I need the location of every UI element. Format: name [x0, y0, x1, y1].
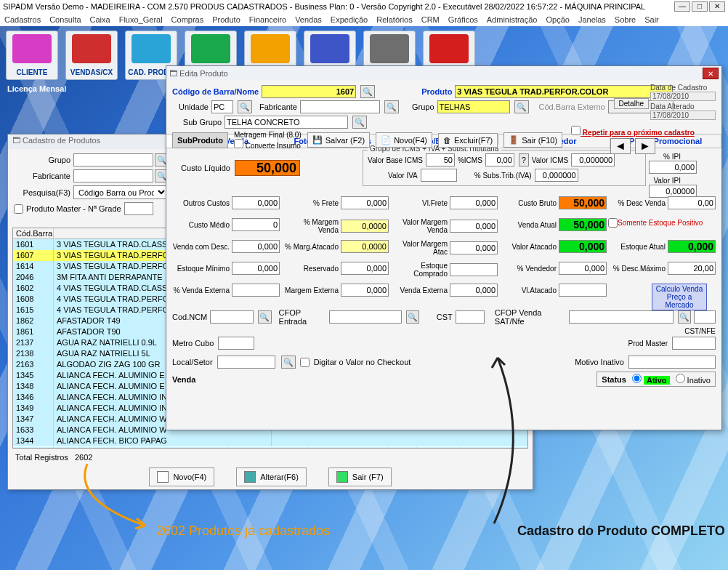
minimize-button[interactable]: —	[674, 1, 690, 12]
est_atual-input[interactable]	[668, 240, 716, 253]
pct-ipi-input[interactable]	[649, 161, 697, 174]
menu-relatórios[interactable]: Relatórios	[376, 15, 413, 24]
edit-close-button[interactable]: ✕	[703, 68, 719, 79]
est_min-input[interactable]	[232, 262, 280, 275]
menu-consulta[interactable]: Consulta	[49, 15, 81, 24]
grade-input[interactable]	[124, 202, 153, 215]
menu-expedição[interactable]: Expedição	[331, 15, 368, 24]
produto-input[interactable]	[455, 85, 673, 98]
marg_venda-input[interactable]	[341, 220, 389, 233]
repetir-checkbox[interactable]: Repetir para o próximo cadastro	[571, 126, 695, 137]
table-row[interactable]: 1344ALIANCA FECH. BICO PAPAG	[13, 435, 527, 446]
unidade-search-icon[interactable]: 🔍	[238, 100, 252, 113]
menu-compras[interactable]: Compras	[171, 15, 204, 24]
menu-opção[interactable]: Opção	[546, 15, 569, 24]
valor_atac-input[interactable]	[559, 240, 607, 253]
menu-sair[interactable]: Sair	[644, 15, 659, 24]
ncm-search-icon[interactable]: 🔍	[258, 310, 271, 324]
desc_max-input[interactable]	[668, 262, 716, 275]
tool-btn-0[interactable]: CLIENTE	[6, 31, 58, 80]
converte-insumo-checkbox[interactable]: Converte Insumo	[234, 142, 301, 150]
edit-grupo-input[interactable]	[437, 100, 510, 113]
menu-cadastros[interactable]: Cadastros	[4, 15, 41, 24]
menu-fluxo_geral[interactable]: Fluxo_Geral	[119, 15, 163, 24]
inativo-radio[interactable]: Inativo	[676, 374, 711, 385]
local-setor-input[interactable]	[217, 356, 275, 369]
local-search-icon[interactable]: 🔍	[281, 356, 296, 369]
subproduto-button[interactable]: SubProduto	[172, 132, 228, 148]
tool-btn-1[interactable]: VENDAS/CX	[65, 31, 118, 80]
menu-sobre[interactable]: Sobre	[615, 15, 636, 24]
menu-janelas[interactable]: Janelas	[578, 15, 606, 24]
metro-cubo-input[interactable]	[218, 337, 254, 350]
excluir-button[interactable]: 🗑Excluir(F7)	[438, 133, 498, 148]
produto-master-checkbox[interactable]	[14, 204, 23, 214]
valor-icms-input[interactable]	[571, 153, 615, 166]
prev-button[interactable]: ◄	[610, 138, 631, 154]
menu-gráficos[interactable]: Gráficos	[448, 15, 478, 24]
venda_ext-input[interactable]	[232, 284, 280, 297]
outros-input[interactable]	[232, 196, 280, 209]
novo-button[interactable]: Novo(F4)	[149, 467, 214, 486]
menu-financeiro[interactable]: Financeiro	[249, 15, 286, 24]
desc_venda-input[interactable]	[668, 196, 716, 209]
edit-grupo-search-icon[interactable]: 🔍	[514, 100, 529, 113]
venda_ext2-input[interactable]	[450, 284, 498, 297]
menu-caixa[interactable]: Caixa	[90, 15, 110, 24]
pesquisa-select[interactable]: Código Barra ou Produto	[73, 185, 168, 199]
venda_desc-input[interactable]	[232, 240, 280, 253]
menu-crm[interactable]: CRM	[421, 15, 440, 24]
cstnfe-input[interactable]	[694, 310, 716, 324]
close-button[interactable]: ✕	[709, 1, 725, 12]
subs-trib-input[interactable]	[535, 169, 578, 182]
vmv-input[interactable]	[450, 220, 498, 233]
cfop-venda-input[interactable]	[569, 310, 674, 324]
alterar-button[interactable]: Alterar(F6)	[236, 467, 307, 486]
venda_atual-input[interactable]	[559, 218, 607, 231]
edit-fabricante-search-icon[interactable]: 🔍	[384, 100, 399, 113]
frete-input[interactable]	[341, 196, 389, 209]
fabricante-input[interactable]	[73, 169, 153, 182]
reservado-input[interactable]	[341, 262, 389, 275]
codigo-input[interactable]	[262, 85, 356, 98]
custo_medio-input[interactable]	[232, 218, 280, 231]
ncm-input[interactable]	[210, 310, 254, 324]
grupo-input[interactable]	[73, 153, 153, 166]
marg_atac-input[interactable]	[341, 240, 389, 253]
menu-produto[interactable]: Produto	[212, 15, 240, 24]
valor-iva-input[interactable]	[421, 169, 457, 182]
est_comp-input[interactable]	[450, 263, 498, 276]
custo_bruto-input[interactable]	[559, 196, 607, 209]
vendedor-input[interactable]	[559, 262, 607, 275]
edit-novo-button[interactable]: 📄Novo(F4)	[376, 132, 432, 148]
vlatac-input[interactable]	[559, 284, 607, 297]
custo-liquido-value[interactable]: 50,000	[235, 160, 300, 176]
base-icms-input[interactable]	[426, 153, 455, 166]
prod-master-input[interactable]	[672, 337, 716, 350]
som-estoque-checkbox[interactable]	[608, 218, 618, 228]
icms-help-button[interactable]: ?	[519, 153, 529, 166]
codigo-search-icon[interactable]: 🔍	[360, 85, 375, 98]
pct-icms-input[interactable]	[485, 153, 514, 166]
cfop-venda-search-icon[interactable]: 🔍	[678, 310, 691, 324]
edit-fabricante-input[interactable]	[300, 100, 380, 113]
unidade-input[interactable]	[211, 100, 233, 113]
cfop-entrada-input[interactable]	[329, 310, 402, 324]
menu-administração[interactable]: Administração	[487, 15, 538, 24]
calculo-venda-button[interactable]: Calculo VendaPreço a Mercado	[652, 284, 707, 310]
next-button[interactable]: ►	[635, 138, 655, 154]
edit-sair-button[interactable]: 🚪Sair (F10)	[503, 132, 562, 148]
vma-input[interactable]	[450, 241, 498, 254]
ativo-radio[interactable]: Ativo	[632, 374, 670, 385]
marg_ext-input[interactable]	[341, 284, 389, 297]
cfop-ent-search-icon[interactable]: 🔍	[406, 310, 419, 324]
motivo-inativo-input[interactable]	[628, 356, 716, 369]
cst-input[interactable]	[456, 310, 485, 324]
sair-button[interactable]: Sair (F7)	[328, 467, 392, 486]
vlfrete-input[interactable]	[450, 196, 498, 209]
detalhe-button[interactable]: Detalhe	[614, 98, 649, 109]
salvar-button[interactable]: 💾Salvar (F2)	[307, 132, 370, 148]
menu-vendas[interactable]: Vendas	[295, 15, 322, 24]
table-row[interactable]: 2293ALIANCA FECH. COLONIAL EXT. 3600/100…	[13, 447, 527, 449]
digitar-checkout-checkbox[interactable]	[300, 358, 310, 367]
